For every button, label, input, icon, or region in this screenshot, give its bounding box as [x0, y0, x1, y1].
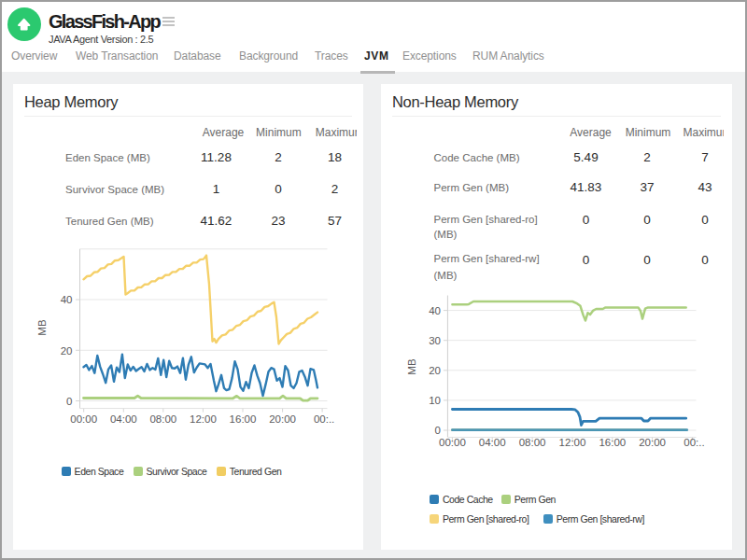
svg-text:40: 40 [429, 305, 441, 316]
svg-text:MB: MB [36, 319, 48, 336]
svg-text:MB: MB [406, 358, 417, 375]
svg-text:00:..: 00:.. [684, 437, 704, 448]
svg-text:0: 0 [435, 425, 441, 436]
svg-text:08:00: 08:00 [519, 437, 546, 448]
svg-text:20: 20 [61, 345, 73, 357]
svg-text:20:00: 20:00 [639, 437, 666, 448]
svg-text:00:00: 00:00 [70, 413, 97, 425]
svg-text:40: 40 [61, 294, 73, 305]
svg-text:16:00: 16:00 [599, 437, 626, 448]
svg-text:00:00: 00:00 [439, 437, 466, 448]
svg-text:20:00: 20:00 [269, 413, 296, 425]
svg-text:04:00: 04:00 [110, 413, 137, 425]
svg-text:00:..: 00:.. [314, 413, 334, 425]
svg-text:08:00: 08:00 [149, 413, 176, 425]
svg-text:04:00: 04:00 [479, 437, 506, 448]
svg-text:16:00: 16:00 [230, 413, 257, 425]
svg-text:12:00: 12:00 [559, 437, 586, 448]
svg-text:0: 0 [66, 396, 72, 407]
svg-text:30: 30 [429, 335, 441, 346]
svg-text:12:00: 12:00 [190, 413, 217, 425]
svg-text:10: 10 [429, 395, 441, 406]
svg-text:20: 20 [429, 365, 441, 376]
